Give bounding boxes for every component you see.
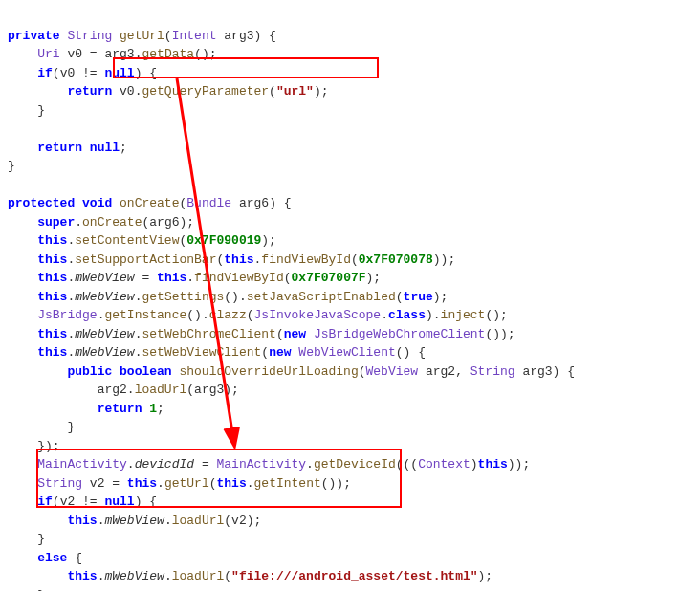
- line: private String getUrl(Intent arg3) {: [8, 29, 276, 43]
- line: return 1;: [8, 402, 164, 416]
- line: else {: [8, 551, 82, 565]
- line: MainActivity.devicdId = MainActivity.get…: [8, 457, 530, 471]
- line: String v2 = this.getUrl(this.getIntent()…: [8, 476, 351, 491]
- line: [8, 121, 15, 136]
- line: }: [8, 588, 45, 592]
- line: }: [8, 103, 45, 118]
- line: this.mWebView.loadUrl("file:///android_a…: [8, 569, 492, 583]
- line: }: [8, 159, 15, 173]
- line: return null;: [8, 141, 127, 155]
- line: this.mWebView.loadUrl(v2);: [8, 514, 261, 528]
- code-block: private String getUrl(Intent arg3) { Uri…: [8, 8, 692, 591]
- line: }: [8, 420, 75, 434]
- line: this.mWebView.setWebChromeClient(new JsB…: [8, 327, 515, 341]
- line: arg2.loadUrl(arg3);: [8, 383, 239, 397]
- line: this.mWebView.setWebViewClient(new WebVi…: [8, 345, 426, 360]
- line: return v0.getQueryParameter("url");: [8, 84, 329, 98]
- line: this.mWebView.getSettings().setJavaScrip…: [8, 290, 448, 304]
- line: protected void onCreate(Bundle arg6) {: [8, 196, 292, 210]
- line: this.setSupportActionBar(this.findViewBy…: [8, 252, 455, 267]
- line: this.mWebView = this.findViewById(0x7F07…: [8, 271, 381, 285]
- line: JsBridge.getInstance().clazz(JsInvokeJav…: [8, 308, 508, 322]
- line: Uri v0 = arg3.getData();: [8, 47, 217, 61]
- line: super.onCreate(arg6);: [8, 215, 194, 230]
- line: [8, 178, 15, 192]
- line: if(v0 != null) {: [8, 66, 157, 80]
- line: this.setContentView(0x7F090019);: [8, 233, 276, 248]
- line: if(v2 != null) {: [8, 494, 157, 509]
- line: });: [8, 439, 60, 453]
- line: }: [8, 532, 45, 546]
- line: public boolean shouldOverrideUrlLoading(…: [8, 364, 575, 379]
